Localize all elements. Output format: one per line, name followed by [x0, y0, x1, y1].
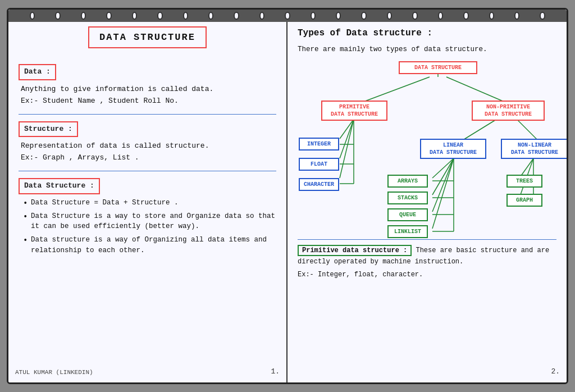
tree-queue: QUEUE — [387, 208, 428, 221]
spiral-hole — [387, 12, 392, 20]
list-item: Data structure is a way of Organizing al… — [21, 235, 276, 256]
spiral-hole — [30, 12, 35, 20]
structure-definition: Representation of data is called structu… — [21, 140, 276, 152]
primitive-label: Primitive data structure : — [298, 245, 412, 256]
spiral-hole — [208, 12, 213, 20]
tree-stacks: STACKS — [387, 192, 428, 204]
tree-integer: INTEGER — [299, 138, 339, 151]
structure-section: Structure : Representation of data is ca… — [19, 121, 276, 171]
data-section: Data : Anything to give information is c… — [19, 64, 276, 114]
data-label: Data : — [19, 64, 56, 80]
tree-primitive: PRIMITIVEDATA STRUCTURE — [321, 101, 387, 121]
types-intro: There are mainly two types of data struc… — [298, 44, 556, 55]
structure-label: Structure : — [19, 121, 78, 138]
spiral-hole — [157, 12, 162, 20]
svg-line-0 — [362, 77, 430, 102]
spiral-hole — [463, 12, 468, 20]
svg-line-15 — [432, 158, 454, 229]
spiral-hole — [55, 12, 60, 20]
data-structure-label: Data Structure : — [19, 178, 100, 194]
spiral-hole — [183, 12, 188, 20]
tree-root: DATA STRUCTURE — [399, 61, 477, 74]
tree-linear: LINEARDATA STRUCTURE — [420, 139, 486, 159]
tree-float: FLOAT — [299, 158, 339, 171]
structure-example: Ex:- Graph , Arrays, List . — [21, 152, 276, 164]
svg-line-5 — [340, 119, 354, 178]
data-structure-content: Data Structure = Data + Structure . Data… — [19, 198, 276, 256]
author-credit: Atul Kumar (LinkedIn) — [15, 368, 93, 378]
svg-line-13 — [432, 158, 454, 195]
spiral-hole — [514, 12, 519, 20]
tree-non-linear: NON-LINEARDATA STRUCTURE — [501, 139, 568, 159]
tree-non-primitive: NON-PRIMITIVEDATA STRUCTURE — [472, 101, 545, 121]
spiral-hole — [132, 12, 137, 20]
page-title: DATA STRUCTURE — [88, 26, 207, 48]
tree-graph: GRAPH — [506, 194, 542, 207]
spiral-hole — [489, 12, 494, 20]
svg-line-1 — [446, 77, 505, 102]
tree-character: CHARACTER — [299, 178, 339, 191]
svg-line-12 — [432, 158, 454, 178]
right-page-title: Types of Data structure : — [298, 26, 556, 41]
primitive-example: Ex:- Integer, float, character. — [298, 270, 556, 280]
spiral-hole — [106, 12, 111, 20]
spiral-hole — [361, 12, 366, 20]
spiral-binding — [8, 10, 567, 22]
data-example: Ex:- Student Name , Student Roll No. — [21, 95, 276, 107]
list-item: Data Structure is a way to store and Org… — [21, 211, 276, 233]
spiral-hole — [438, 12, 443, 20]
tree-trees: TREES — [506, 175, 542, 188]
data-content: Anything to give information is called d… — [19, 84, 276, 107]
svg-line-3 — [340, 119, 354, 139]
svg-line-10 — [460, 119, 497, 142]
primitive-description: Primitive data structure : These are bas… — [298, 245, 556, 280]
list-item: Data Structure = Data + Structure . — [21, 198, 276, 208]
data-structure-section: Data Structure : Data Structure = Data +… — [19, 178, 276, 266]
tree-arrays: ARRAYS — [387, 175, 428, 188]
right-page: Types of Data structure : There are main… — [288, 10, 567, 382]
page-number-left: 1. — [271, 366, 280, 378]
tree-linklist: LINKLIST — [387, 225, 428, 238]
spiral-hole — [259, 12, 264, 20]
svg-line-11 — [517, 119, 539, 142]
spiral-hole — [234, 12, 239, 20]
svg-line-14 — [432, 158, 454, 212]
spiral-hole — [540, 12, 545, 20]
spiral-hole — [81, 12, 86, 20]
bullet-list: Data Structure = Data + Structure . Data… — [21, 198, 276, 256]
notebook: DATA STRUCTURE Data : Anything to give i… — [7, 8, 568, 384]
tree-diagram: DATA STRUCTURE PRIMITIVEDATA STRUCTURE N… — [298, 60, 556, 240]
spiral-hole — [336, 12, 341, 20]
left-page: DATA STRUCTURE Data : Anything to give i… — [8, 10, 288, 382]
spiral-hole — [412, 12, 417, 20]
svg-line-4 — [340, 119, 354, 158]
spiral-hole — [285, 12, 290, 20]
structure-content: Representation of data is called structu… — [19, 140, 276, 164]
page-number-right: 2. — [551, 366, 560, 378]
spiral-hole — [311, 12, 316, 20]
data-definition: Anything to give information is called d… — [21, 84, 276, 95]
